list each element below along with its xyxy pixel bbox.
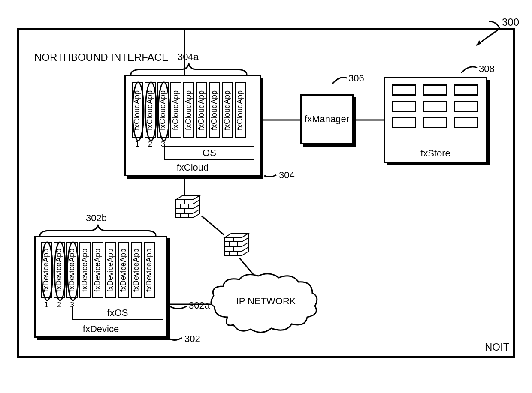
fxdevice-panel: fxDeviceApp fxDeviceApp fxDeviceApp fxDe… <box>34 236 167 338</box>
fxcloud-panel: fxCloudApp fxCloudApp fxCloudApp fxCloud… <box>124 75 261 176</box>
ref-302b: 302b <box>86 213 107 224</box>
fxdevice-app-1: fxDeviceApp <box>41 242 52 298</box>
fxdevice-app-6: fxDeviceApp <box>105 242 116 298</box>
ref-306: 306 <box>348 73 364 84</box>
fxdevice-app-9: fxDeviceApp <box>144 242 155 298</box>
ref-302: 302 <box>184 333 200 345</box>
fxdevice-app-2: fxDeviceApp <box>54 242 65 298</box>
fxmanager-box: fxManager <box>300 94 354 144</box>
ref-304a: 304a <box>178 51 199 63</box>
noit-label: NOIT <box>485 341 509 353</box>
fxdevice-app-3: fxDeviceApp <box>66 242 78 298</box>
fxcloud-app-7: fxCloudApp <box>209 82 220 138</box>
fxdevice-app-5: fxDeviceApp <box>92 242 103 298</box>
fxdevice-title: fxDevice <box>36 324 166 335</box>
fxdevice-app-4: fxDeviceApp <box>79 242 91 298</box>
fxdevice-app-7: fxDeviceApp <box>118 242 129 298</box>
firewall-2 <box>223 231 251 257</box>
ref-308: 308 <box>479 63 495 75</box>
northbound-label: NORTHBOUND INTERFACE <box>34 51 169 63</box>
fxcloud-os: OS <box>164 146 254 160</box>
ref-300: 300 <box>502 16 519 28</box>
fxcloud-app-6: fxCloudApp <box>196 82 207 138</box>
fxcloud-app-8: fxCloudApp <box>222 82 233 138</box>
fxdevice-apps-row: fxDeviceApp fxDeviceApp fxDeviceApp fxDe… <box>41 242 155 298</box>
ip-network-label: IP NETWORK <box>223 296 309 307</box>
diagram-stage: 300 NORTHBOUND INTERFACE NOIT fxCloudApp… <box>0 0 532 393</box>
fxcloud-app-1: fxCloudApp <box>132 82 143 138</box>
fxmanager-label: fxManager <box>305 114 349 125</box>
ref-304: 304 <box>279 170 295 181</box>
fxcloud-app-4: fxCloudApp <box>170 82 181 138</box>
fxcloud-app-3: fxCloudApp <box>157 82 169 138</box>
fxcloud-app-5: fxCloudApp <box>183 82 194 138</box>
fxcloud-app-9: fxCloudApp <box>235 82 246 138</box>
fxcloud-title: fxCloud <box>126 162 260 173</box>
firewall-1 <box>174 194 202 219</box>
fxstore-title: fxStore <box>385 148 486 159</box>
fxcloud-app-2: fxCloudApp <box>145 82 156 138</box>
fxdevice-app-8: fxDeviceApp <box>131 242 142 298</box>
fxstore-grid <box>392 84 479 128</box>
fxdevice-os: fxOS <box>72 306 163 320</box>
fxcloud-apps-row: fxCloudApp fxCloudApp fxCloudApp fxCloud… <box>132 82 246 138</box>
fxcloud-nums: 123 <box>132 140 169 149</box>
fxstore-panel: fxStore <box>384 77 487 163</box>
